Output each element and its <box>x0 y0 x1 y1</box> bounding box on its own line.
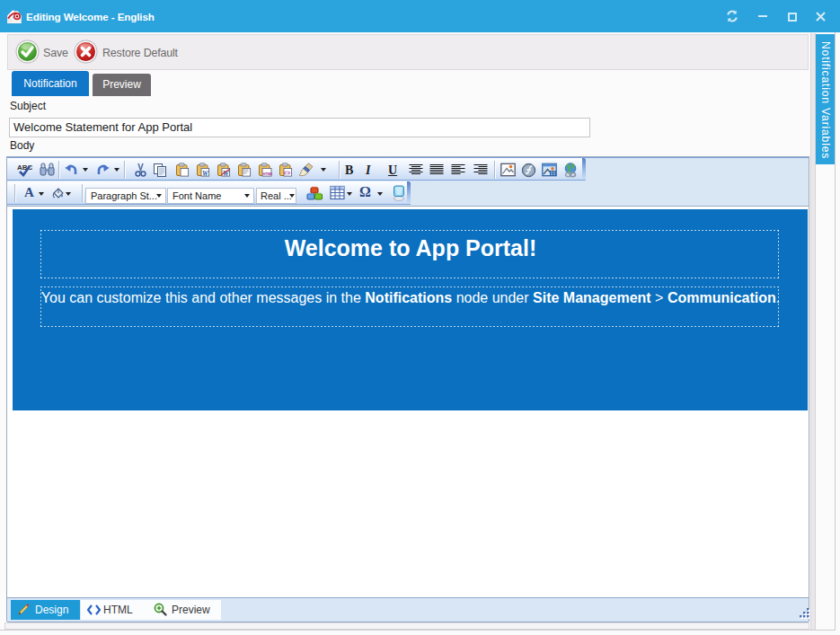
svg-text:<>: <> <box>284 170 291 176</box>
svg-text:HTML: HTML <box>263 172 273 176</box>
